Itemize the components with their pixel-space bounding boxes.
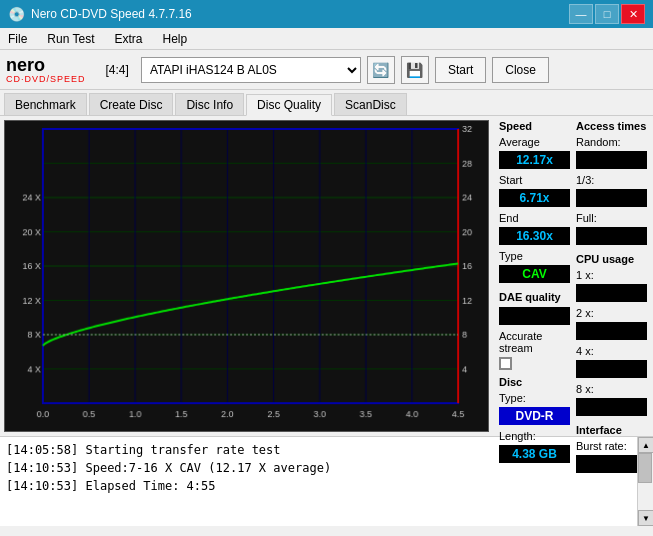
panel-columns: Speed Average 12.17x Start 6.71x End 16.… [499,120,647,432]
dae-title: DAE quality [499,291,570,303]
main-content: Speed Average 12.17x Start 6.71x End 16.… [0,116,653,436]
speed-title: Speed [499,120,570,132]
tab-createdisc[interactable]: Create Disc [89,93,174,115]
app-title: Nero CD-DVD Speed 4.7.7.16 [31,7,192,21]
nero-brand: nero [6,56,86,74]
tab-discquality[interactable]: Disc Quality [246,94,332,116]
titlebar-controls: — □ ✕ [569,4,645,24]
menu-file[interactable]: File [4,30,31,48]
menubar: File Run Test Extra Help [0,28,653,50]
onethird-label: 1/3: [576,174,647,186]
tabs: Benchmark Create Disc Disc Info Disc Qua… [0,90,653,116]
cpu-8x-label: 8 x: [576,383,647,395]
log-content: [14:05:58] Starting transfer rate test [… [0,437,637,526]
log-line-2: [14:10:53] Speed:7-16 X CAV (12.17 X ave… [6,459,631,477]
menu-extra[interactable]: Extra [110,30,146,48]
cpu-4x-value [576,360,647,378]
access-title: Access times [576,120,647,132]
disc-type-label: Type: [499,392,570,404]
average-label: Average [499,136,570,148]
speed-col: Speed Average 12.17x Start 6.71x End 16.… [499,120,570,432]
maximize-button[interactable]: □ [595,4,619,24]
disc-title: Disc [499,376,570,388]
cpu-title: CPU usage [576,253,647,265]
cpu-8x-value [576,398,647,416]
close-window-button[interactable]: ✕ [621,4,645,24]
save-button[interactable]: 💾 [401,56,429,84]
tab-discinfo[interactable]: Disc Info [175,93,244,115]
minimize-button[interactable]: — [569,4,593,24]
type-label: Type [499,250,570,262]
log-line-3: [14:10:53] Elapsed Time: 4:55 [6,477,631,495]
disc-type-value: DVD-R [499,407,570,425]
right-panel: Speed Average 12.17x Start 6.71x End 16.… [493,116,653,436]
type-value: CAV [499,265,570,283]
titlebar: 💿 Nero CD-DVD Speed 4.7.7.16 — □ ✕ [0,0,653,28]
drive-label: [4:4] [100,61,135,79]
accurate-stream-checkbox[interactable] [499,357,512,370]
full-value [576,227,647,245]
interface-title: Interface [576,424,647,436]
scroll-down-button[interactable]: ▼ [638,510,653,526]
chart-canvas [5,121,488,431]
tab-benchmark[interactable]: Benchmark [4,93,87,115]
cpu-1x-value [576,284,647,302]
random-label: Random: [576,136,647,148]
access-col: Access times Random: 1/3: Full: CPU usag… [576,120,647,432]
menu-help[interactable]: Help [159,30,192,48]
scroll-thumb [638,453,652,483]
accurate-label: Accurate stream [499,330,570,354]
nero-product: CD·DVD/SPEED [6,74,86,84]
titlebar-left: 💿 Nero CD-DVD Speed 4.7.7.16 [8,6,192,22]
end-label: End [499,212,570,224]
log-scrollbar: ▲ ▼ [637,437,653,526]
refresh-button[interactable]: 🔄 [367,56,395,84]
menu-runtest[interactable]: Run Test [43,30,98,48]
scroll-track[interactable] [638,453,653,510]
onethird-value [576,189,647,207]
start-button[interactable]: Start [435,57,486,83]
full-label: Full: [576,212,647,224]
log-line-1: [14:05:58] Starting transfer rate test [6,441,631,459]
dae-value [499,307,570,325]
nero-logo: nero CD·DVD/SPEED [6,56,86,84]
random-value [576,151,647,169]
log-area: [14:05:58] Starting transfer rate test [… [0,436,653,526]
cpu-1x-label: 1 x: [576,269,647,281]
close-button[interactable]: Close [492,57,549,83]
cpu-2x-label: 2 x: [576,307,647,319]
toolbar: nero CD·DVD/SPEED [4:4] ATAPI iHAS124 B … [0,50,653,90]
tab-scandisc[interactable]: ScanDisc [334,93,407,115]
start-label: Start [499,174,570,186]
end-value: 16.30x [499,227,570,245]
cpu-2x-value [576,322,647,340]
scroll-up-button[interactable]: ▲ [638,437,653,453]
drive-select[interactable]: ATAPI iHAS124 B AL0S [141,57,361,83]
app-icon: 💿 [8,6,25,22]
chart-area [4,120,489,432]
accurate-stream-row [499,357,570,370]
average-value: 12.17x [499,151,570,169]
start-value: 6.71x [499,189,570,207]
cpu-4x-label: 4 x: [576,345,647,357]
